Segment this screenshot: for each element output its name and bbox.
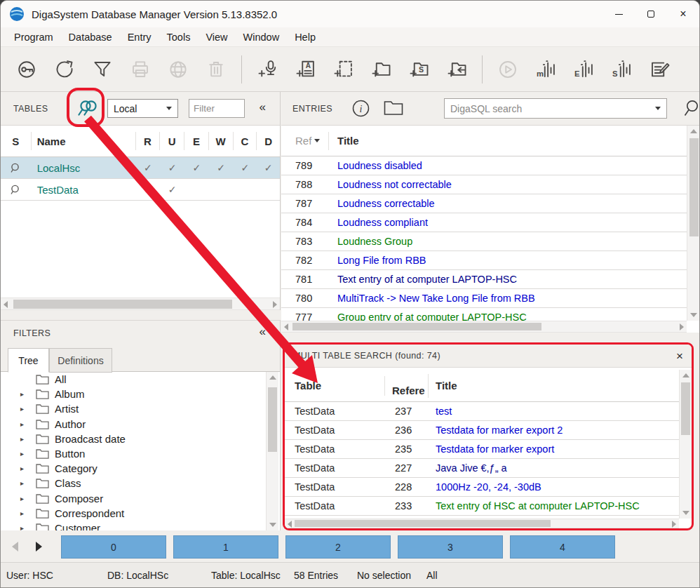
add-selection-entry-icon[interactable] bbox=[331, 58, 355, 81]
page-button-1[interactable]: 1 bbox=[173, 535, 278, 559]
column-header-title[interactable]: Title bbox=[429, 380, 457, 392]
tree-item-album[interactable]: ▸Album bbox=[1, 387, 266, 401]
tables-horizontal-scrollbar[interactable] bbox=[1, 298, 280, 310]
waveform-s-icon[interactable]: S bbox=[610, 58, 633, 81]
expander-icon[interactable]: ▸ bbox=[20, 479, 29, 487]
minimize-button[interactable] bbox=[603, 1, 635, 27]
column-header-u[interactable]: U bbox=[160, 132, 184, 150]
entry-row[interactable]: 789Loudness disabled bbox=[281, 156, 687, 175]
column-header-reference[interactable]: Refere bbox=[385, 374, 429, 398]
column-header-r[interactable]: R bbox=[136, 132, 161, 150]
search-result-row[interactable]: TestData236Testdata for marker export 2 bbox=[285, 421, 679, 440]
filters-collapse-chevron[interactable]: « bbox=[260, 326, 266, 338]
add-audio-entry-icon[interactable] bbox=[255, 58, 279, 81]
close-icon[interactable]: × bbox=[676, 350, 683, 362]
expander-icon[interactable]: ▸ bbox=[20, 450, 29, 457]
column-header-ref[interactable]: Ref bbox=[281, 132, 329, 150]
entry-row[interactable]: 783Loudness Group bbox=[281, 232, 687, 251]
search-result-row[interactable]: TestData235Testdata for marker export bbox=[285, 440, 679, 459]
tree-item-category[interactable]: ▸Category bbox=[1, 461, 266, 476]
menu-view[interactable]: View bbox=[198, 32, 235, 43]
entry-row[interactable]: 777Group entry of at computer LAPTOP-HSC bbox=[281, 308, 687, 321]
result-title[interactable]: Text entry of HSC at computer LAPTOP-HSC bbox=[429, 500, 640, 512]
waveform-e-icon[interactable]: E bbox=[572, 58, 595, 81]
tree-item-correspondent[interactable]: ▸Correspondent bbox=[1, 506, 266, 521]
result-title[interactable]: Testdata for marker export 2 bbox=[429, 425, 563, 436]
search-result-row[interactable]: TestData227Java Jive €,ƒ„ a bbox=[285, 459, 679, 478]
tab-definitions[interactable]: Definitions bbox=[49, 348, 112, 373]
tree-item-broadcast-date[interactable]: ▸Broadcast date bbox=[1, 432, 266, 446]
expander-icon[interactable]: ▸ bbox=[20, 435, 29, 443]
entry-title[interactable]: Text entry of at computer LAPTOP-HSC bbox=[329, 274, 517, 285]
entry-title[interactable]: Group entry of at computer LAPTOP-HSC bbox=[329, 312, 527, 321]
page-button-4[interactable]: 4 bbox=[510, 535, 615, 559]
entry-row[interactable]: 784Loudness compliant bbox=[281, 213, 687, 232]
result-title[interactable]: Testdata for marker export bbox=[429, 443, 554, 455]
add-text-entry-icon[interactable]: A bbox=[293, 58, 317, 81]
menu-tools[interactable]: Tools bbox=[159, 32, 198, 43]
menu-entry[interactable]: Entry bbox=[120, 32, 159, 43]
menu-database[interactable]: Database bbox=[61, 32, 120, 43]
search-result-row[interactable]: TestData233Text entry of HSC at computer… bbox=[285, 497, 679, 516]
tree-item-customer[interactable]: ▸Customer bbox=[1, 521, 266, 530]
entry-title[interactable]: Loudness compliant bbox=[329, 217, 428, 228]
tab-tree[interactable]: Tree bbox=[8, 348, 49, 373]
pages-prev-icon[interactable] bbox=[12, 542, 18, 552]
folder-icon[interactable] bbox=[384, 100, 403, 119]
entry-title[interactable]: Long File from RBB bbox=[329, 255, 426, 266]
entry-title[interactable]: Loudness not correctable bbox=[329, 179, 452, 190]
add-s-folder-icon[interactable]: S bbox=[407, 58, 431, 81]
table-row[interactable]: TestData ✓ ✓ bbox=[1, 179, 280, 201]
result-title[interactable]: 1000Hz -20, -24, -30dB bbox=[429, 481, 541, 493]
entry-row[interactable]: 782Long File from RBB bbox=[281, 251, 687, 270]
page-button-0[interactable]: 0 bbox=[61, 535, 166, 559]
expander-icon[interactable]: ▸ bbox=[20, 390, 29, 398]
result-title[interactable]: Java Jive €,ƒ„ a bbox=[429, 462, 507, 474]
info-icon[interactable]: i bbox=[351, 99, 370, 121]
tree-item-class[interactable]: ▸Class bbox=[1, 476, 266, 490]
entry-row[interactable]: 788Loudness not correctable bbox=[281, 175, 687, 194]
edit-entry-icon[interactable] bbox=[647, 58, 671, 81]
page-button-2[interactable]: 2 bbox=[285, 535, 391, 559]
search-result-row[interactable]: TestData237test bbox=[285, 402, 679, 421]
menu-window[interactable]: Window bbox=[236, 32, 288, 43]
column-header-name[interactable]: Name bbox=[32, 132, 136, 150]
entry-title[interactable]: Loudness disabled bbox=[329, 160, 422, 171]
search-result-row[interactable]: TestData2281000Hz -20, -24, -30dB bbox=[285, 478, 679, 497]
digasql-search-dropdown[interactable]: DigaSQL search bbox=[444, 98, 667, 119]
menu-program[interactable]: Program bbox=[6, 32, 61, 43]
tree-item-all[interactable]: All bbox=[1, 372, 266, 387]
tree-item-artist[interactable]: ▸Artist bbox=[1, 401, 266, 416]
table-filter-input[interactable] bbox=[189, 99, 245, 118]
entry-title[interactable]: MultiTrack -> New Take Long File from RB… bbox=[329, 293, 535, 304]
mts-horizontal-scrollbar[interactable] bbox=[285, 519, 679, 528]
tables-collapse-chevron[interactable]: « bbox=[260, 101, 266, 113]
search-icon[interactable] bbox=[682, 99, 699, 120]
tree-item-button[interactable]: ▸Button bbox=[1, 446, 266, 461]
pages-next-icon[interactable] bbox=[36, 542, 42, 552]
column-header-w[interactable]: W bbox=[209, 132, 234, 150]
filter-funnel-icon[interactable] bbox=[90, 58, 114, 81]
multi-table-search-icon[interactable] bbox=[75, 98, 100, 124]
column-header-e[interactable]: E bbox=[184, 132, 209, 150]
entries-horizontal-scrollbar[interactable] bbox=[281, 321, 687, 333]
expander-icon[interactable]: ▸ bbox=[20, 465, 29, 472]
column-header-table[interactable]: Table bbox=[285, 376, 385, 396]
close-button[interactable]: × bbox=[667, 1, 699, 27]
entry-row[interactable]: 780MultiTrack -> New Take Long File from… bbox=[281, 289, 687, 308]
menu-help[interactable]: Help bbox=[287, 32, 323, 43]
table-row[interactable]: LocalHsc ✓ ✓ ✓ ✓ ✓ ✓ bbox=[1, 157, 280, 179]
refresh-icon[interactable] bbox=[53, 58, 76, 81]
column-header-c[interactable]: C bbox=[234, 132, 257, 150]
connect-key-icon[interactable] bbox=[15, 58, 39, 81]
tree-item-author[interactable]: ▸Author bbox=[1, 417, 266, 432]
mts-vertical-scrollbar[interactable] bbox=[679, 370, 692, 519]
maximize-button[interactable] bbox=[635, 1, 667, 27]
expander-icon[interactable]: ▸ bbox=[20, 509, 29, 517]
entry-row[interactable]: 781Text entry of at computer LAPTOP-HSC bbox=[281, 270, 687, 289]
filters-vertical-scrollbar[interactable] bbox=[266, 372, 278, 530]
entry-title[interactable]: Loudness correctable bbox=[329, 198, 435, 209]
expander-icon[interactable]: ▸ bbox=[20, 495, 29, 502]
entries-vertical-scrollbar[interactable] bbox=[687, 126, 700, 321]
column-header-s[interactable]: S bbox=[1, 132, 32, 150]
